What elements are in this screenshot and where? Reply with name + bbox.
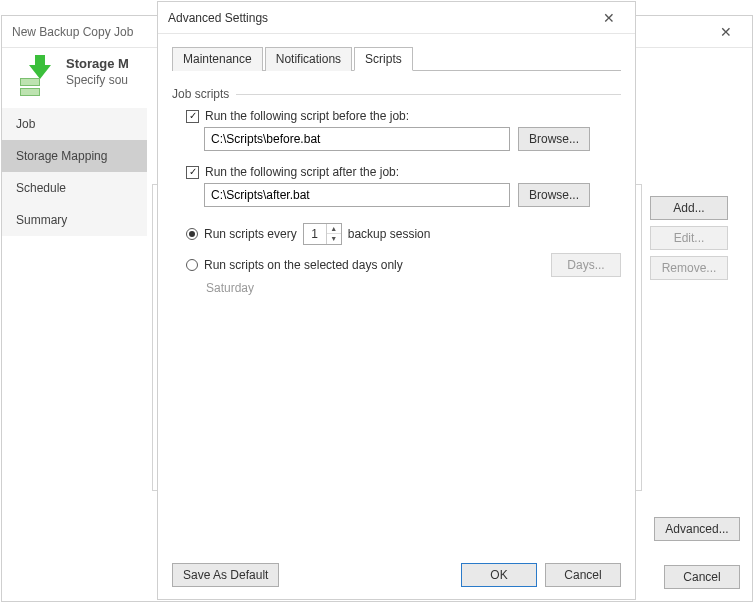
spinner-up-icon[interactable]: ▲ [327,224,341,234]
run-every-suffix: backup session [348,227,431,241]
job-scripts-fieldset: Job scripts Run the following script bef… [172,81,621,553]
spinner-down-icon[interactable]: ▼ [327,234,341,244]
after-browse-button[interactable]: Browse... [518,183,590,207]
advanced-title: Advanced Settings [168,11,268,25]
wizard-side-buttons: Add... Edit... Remove... [650,184,740,280]
selected-days-text: Saturday [206,281,621,295]
wizard-subheading: Specify sou [66,73,129,87]
wizard-cancel-button[interactable]: Cancel [664,565,740,589]
before-browse-button[interactable]: Browse... [518,127,590,151]
advanced-footer: Save As Default OK Cancel [172,553,621,587]
fieldset-divider [236,94,621,95]
run-every-value: 1 [304,224,326,244]
wizard-step-job[interactable]: Job [2,108,147,140]
advanced-button-holder: Advanced... [654,517,740,541]
remove-button: Remove... [650,256,728,280]
advanced-close-icon[interactable]: ✕ [593,2,625,33]
run-days-radio[interactable] [186,259,198,271]
wizard-heading-block: Storage M Specify sou [66,56,129,87]
before-script-checkbox[interactable] [186,110,199,123]
wizard-heading: Storage M [66,56,129,71]
wizard-steps: Job Storage Mapping Schedule Summary [2,108,147,236]
run-every-spinner[interactable]: 1 ▲ ▼ [303,223,342,245]
advanced-titlebar: Advanced Settings ✕ [158,2,635,34]
edit-button: Edit... [650,226,728,250]
wizard-step-schedule[interactable]: Schedule [2,172,147,204]
before-script-input[interactable] [204,127,510,151]
before-script-input-row: Browse... [204,127,621,151]
tab-notifications[interactable]: Notifications [265,47,352,71]
advanced-settings-dialog: Advanced Settings ✕ Maintenance Notifica… [157,1,636,600]
cancel-button[interactable]: Cancel [545,563,621,587]
days-button: Days... [551,253,621,277]
after-script-label: Run the following script after the job: [205,165,399,179]
after-script-row: Run the following script after the job: [186,165,621,179]
wizard-step-storage-mapping[interactable]: Storage Mapping [2,140,147,172]
add-button[interactable]: Add... [650,196,728,220]
run-every-radio[interactable] [186,228,198,240]
wizard-footer: Cancel [664,565,740,589]
close-icon[interactable]: ✕ [710,16,742,47]
run-every-prefix: Run scripts every [204,227,297,241]
wizard-step-icon [16,56,56,96]
advanced-tabs: Maintenance Notifications Scripts [172,46,621,71]
advanced-body: Maintenance Notifications Scripts Job sc… [158,34,635,599]
run-days-row: Run scripts on the selected days only Da… [186,253,621,277]
job-scripts-legend: Job scripts [172,87,235,101]
save-as-default-button[interactable]: Save As Default [172,563,279,587]
after-script-input[interactable] [204,183,510,207]
advanced-button[interactable]: Advanced... [654,517,740,541]
run-days-label: Run scripts on the selected days only [204,258,403,272]
tab-scripts[interactable]: Scripts [354,47,413,71]
wizard-title: New Backup Copy Job [12,25,133,39]
spinner-buttons: ▲ ▼ [326,224,341,244]
run-every-row: Run scripts every 1 ▲ ▼ backup session [186,223,621,245]
after-script-input-row: Browse... [204,183,621,207]
ok-button[interactable]: OK [461,563,537,587]
after-script-checkbox[interactable] [186,166,199,179]
before-script-row: Run the following script before the job: [186,109,621,123]
wizard-step-summary[interactable]: Summary [2,204,147,236]
before-script-label: Run the following script before the job: [205,109,409,123]
tab-maintenance[interactable]: Maintenance [172,47,263,71]
